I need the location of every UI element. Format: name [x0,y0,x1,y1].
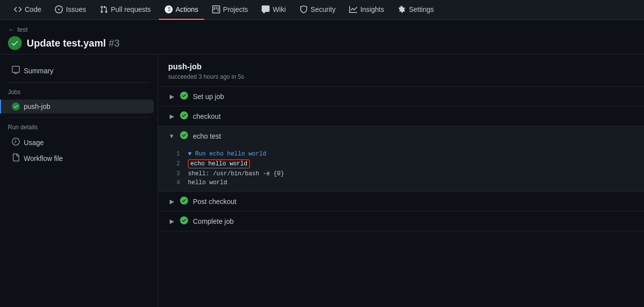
step-post-checkout: ▶ Post checkout [158,192,644,211]
code-line-1: 1 ▼ Run echo hello world [158,150,644,158]
projects-icon [212,5,220,13]
issue-icon [55,5,63,13]
code-line-4: 4 hello world [158,178,644,187]
page-title-row: Update test.yaml #3 [8,36,636,50]
step-checkout-header[interactable]: ▶ checkout [158,106,644,126]
sidebar-divider-1 [8,82,150,83]
step-checkout: ▶ checkout [158,106,644,126]
nav-issues[interactable]: Issues [49,0,92,20]
settings-icon [398,5,406,13]
page-title: Update test.yaml #3 [27,38,120,49]
step-complete-job-name: Complete job [193,217,234,225]
actions-icon [165,5,173,13]
sidebar: Summary Jobs push-job Run details [0,54,158,307]
line-content-2: echo hello world [188,159,250,168]
nav-actions-label: Actions [176,5,198,13]
step-checkout-name: checkout [193,112,221,120]
nav-code[interactable]: Code [8,0,47,20]
step-post-checkout-header[interactable]: ▶ Post checkout [158,192,644,211]
jobs-section-title: Jobs [0,87,158,98]
step-setup-job-header[interactable]: ▶ Set up job [158,87,644,106]
sidebar-item-usage[interactable]: Usage [4,135,154,150]
workflow-file-icon [12,154,20,163]
usage-icon [12,138,20,147]
line-num-2: 2 [168,160,180,167]
sidebar-item-push-job[interactable]: push-job [0,100,154,113]
run-number: #3 [109,38,120,49]
run-success-icon [8,36,22,50]
chevron-right-icon-4: ▶ [168,218,175,225]
back-link-text: test [17,26,28,33]
line-num-4: 4 [168,179,180,186]
line-num-3: 3 [168,170,180,177]
step-echo-success-icon [180,131,188,141]
page-container: ← test Update test.yaml #3 Summary [0,20,644,307]
job-name: push-job [168,62,634,71]
step-echo-test-header[interactable]: ▼ echo test [158,126,644,146]
chevron-right-icon: ▶ [168,93,175,100]
nav-wiki[interactable]: Wiki [256,0,291,20]
nav-security-label: Security [311,5,336,13]
nav-code-label: Code [25,5,41,13]
nav-prs-label: Pull requests [111,5,151,13]
back-arrow-icon: ← [8,26,14,33]
line-content-4: hello world [188,179,227,186]
security-icon [300,5,308,13]
code-line-3: 3 shell: /usr/bin/bash -e {0} [158,169,644,178]
nav-security[interactable]: Security [294,0,342,20]
code-block: 1 ▼ Run echo hello world 2 echo hello wo… [158,146,644,191]
line-num-1: 1 [168,151,180,157]
step-complete-success-icon [180,216,188,226]
pr-icon [100,5,108,13]
step-post-checkout-success-icon [180,197,188,206]
job-meta: succeeded 3 hours ago in 5s [168,73,634,80]
insights-icon [349,5,357,13]
nav-settings-label: Settings [409,5,434,13]
nav-projects[interactable]: Projects [206,0,254,20]
line-content-3: shell: /usr/bin/bash -e {0} [188,170,284,177]
page-header: ← test Update test.yaml #3 [0,20,644,54]
step-setup-job: ▶ Set up job [158,87,644,106]
nav-wiki-label: Wiki [273,5,285,13]
step-setup-job-name: Set up job [193,93,224,101]
highlight-box: echo hello world [188,159,250,168]
job-content: push-job succeeded 3 hours ago in 5s ▶ S… [158,54,644,307]
step-checkout-success-icon [180,111,188,121]
nav-insights-label: Insights [360,5,384,13]
job-success-icon [12,102,20,110]
workflow-file-label: Workflow file [24,154,63,162]
chevron-down-icon: ▼ [168,133,175,140]
chevron-right-icon-3: ▶ [168,198,175,205]
top-nav: Code Issues Pull requests Actions Projec… [0,0,644,20]
run-title: Update test.yaml [27,38,106,49]
code-icon [14,5,22,13]
nav-actions[interactable]: Actions [159,0,204,20]
job-header: push-job succeeded 3 hours ago in 5s [158,54,644,87]
sidebar-divider-2 [8,117,150,118]
step-complete-job: ▶ Complete job [158,211,644,231]
step-setup-success-icon [180,92,188,101]
back-link[interactable]: ← test [8,26,636,33]
push-job-label: push-job [24,102,50,110]
sidebar-item-summary[interactable]: Summary [4,63,154,78]
main-area: Summary Jobs push-job Run details [0,54,644,307]
nav-issues-label: Issues [66,5,86,13]
line-content-1: ▼ Run echo hello world [188,151,266,157]
step-complete-job-header[interactable]: ▶ Complete job [158,211,644,231]
nav-insights[interactable]: Insights [343,0,390,20]
sidebar-item-workflow-file[interactable]: Workflow file [4,151,154,166]
step-echo-test: ▼ echo test 1 ▼ Run echo hello world 2 e… [158,126,644,192]
step-echo-test-name: echo test [193,132,221,140]
run-details-title: Run details [0,122,158,133]
summary-icon [12,66,20,75]
chevron-right-icon-2: ▶ [168,113,175,120]
code-line-2: 2 echo hello world [158,158,644,169]
usage-label: Usage [24,139,44,147]
nav-settings[interactable]: Settings [392,0,440,20]
nav-projects-label: Projects [223,5,248,13]
wiki-icon [262,5,270,13]
nav-prs[interactable]: Pull requests [94,0,157,20]
step-post-checkout-name: Post checkout [193,198,236,205]
summary-label: Summary [24,67,53,75]
